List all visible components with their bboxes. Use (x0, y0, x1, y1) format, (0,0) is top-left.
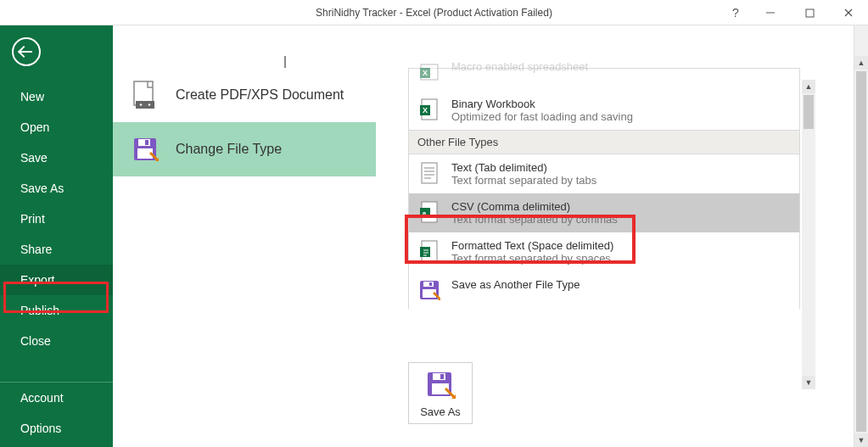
file-type-csv[interactable]: a, CSV (Comma delimited) Text format sep… (409, 193, 799, 232)
svg-text:X: X (423, 106, 428, 115)
file-type-formatted-text[interactable]: Formatted Text (Space delimited) Text fo… (409, 232, 799, 271)
minimize-button[interactable] (751, 0, 790, 25)
sidebar-item-print[interactable]: Print (0, 204, 113, 234)
export-option-change-file-type[interactable]: Change File Type (113, 122, 376, 176)
sidebar-item-new[interactable]: New (0, 81, 113, 112)
file-type-list: X Macro enabled spreadsheet X Binary Wor… (408, 68, 800, 309)
scroll-up-button[interactable]: ▲ (802, 80, 815, 93)
help-button[interactable]: ? (720, 0, 751, 25)
file-type-another[interactable]: Save as Another File Type (409, 271, 799, 309)
caret-icon (284, 56, 286, 68)
sidebar-item-save[interactable]: Save (0, 142, 113, 173)
export-option-label: Change File Type (176, 142, 282, 157)
floppy-save-icon (130, 134, 160, 165)
svg-rect-10 (145, 140, 148, 145)
excel-file-icon: X (417, 60, 441, 84)
sidebar-item-open[interactable]: Open (0, 112, 113, 142)
scroll-up-button[interactable]: ▲ (854, 56, 868, 70)
file-type-title: Macro enabled spreadsheet (451, 60, 588, 73)
back-button[interactable] (12, 37, 41, 66)
export-actions-column: Create PDF/XPS Document Change File Type (113, 25, 376, 447)
svg-text:X: X (423, 69, 428, 77)
scroll-thumb[interactable] (804, 95, 814, 129)
file-type-title: Save as Another File Type (451, 278, 580, 291)
export-option-pdf-xps[interactable]: Create PDF/XPS Document (113, 68, 376, 122)
floppy-save-icon (425, 370, 456, 400)
file-type-text-tab[interactable]: Text (Tab delimited) Text format separat… (409, 154, 799, 193)
section-header-other-file-types: Other File Types (409, 130, 799, 154)
back-arrow-icon (20, 51, 32, 53)
backstage-view: New Open Save Save As Print Share Export… (0, 25, 868, 447)
sidebar-item-save-as[interactable]: Save As (0, 173, 113, 204)
backstage-sidebar: New Open Save Save As Print Share Export… (0, 25, 113, 447)
pdf-document-icon (130, 80, 160, 110)
csv-file-icon: a, (417, 200, 441, 224)
floppy-save-icon (417, 278, 441, 302)
save-as-button[interactable]: Save As (408, 362, 473, 424)
text-file-icon (417, 161, 441, 185)
file-type-panel: X Macro enabled spreadsheet X Binary Wor… (376, 25, 868, 447)
svg-rect-39 (440, 374, 444, 379)
save-as-label: Save As (420, 405, 461, 418)
sidebar-item-export[interactable]: Export (0, 265, 113, 295)
window-title: ShriNidhy Tracker - Excel (Product Activ… (316, 7, 552, 19)
sidebar-item-options[interactable]: Options (0, 413, 113, 444)
file-type-subtitle: Optimized for fast loading and saving (451, 110, 633, 123)
window-scrollbar[interactable]: ▲ ▼ (854, 25, 868, 447)
svg-rect-19 (422, 163, 437, 183)
file-type-binary-workbook[interactable]: X Binary Workbook Optimized for fast loa… (409, 91, 799, 130)
file-type-title: Formatted Text (Space delimited) (451, 239, 613, 252)
svg-point-6 (140, 103, 142, 105)
svg-rect-5 (136, 101, 154, 109)
sidebar-item-account[interactable]: Account (0, 383, 113, 413)
file-type-title: CSV (Comma delimited) (451, 200, 618, 213)
sidebar-item-publish[interactable]: Publish (0, 295, 113, 326)
scroll-down-button[interactable]: ▼ (854, 433, 868, 447)
svg-point-7 (148, 103, 150, 105)
file-type-title: Binary Workbook (451, 98, 633, 110)
sidebar-item-close[interactable]: Close (0, 326, 113, 356)
svg-text:a,: a, (423, 210, 428, 217)
sidebar-item-share[interactable]: Share (0, 234, 113, 265)
excel-file-icon: X (417, 98, 441, 121)
prn-file-icon (417, 239, 441, 263)
panel-scrollbar[interactable]: ▲ ▼ (802, 80, 815, 389)
svg-rect-33 (423, 282, 434, 287)
export-option-label: Create PDF/XPS Document (176, 87, 344, 103)
file-type-title: Text (Tab delimited) (451, 161, 596, 174)
title-bar: ShriNidhy Tracker - Excel (Product Activ… (0, 0, 868, 25)
maximize-button[interactable] (790, 0, 829, 25)
svg-rect-1 (806, 9, 814, 17)
window-controls: ? (720, 0, 868, 25)
file-type-subtitle: Text format separated by tabs (451, 174, 596, 187)
svg-rect-34 (429, 282, 432, 286)
file-type-subtitle: Text format separated by commas (451, 213, 618, 226)
close-button[interactable] (829, 0, 868, 25)
scroll-thumb[interactable] (856, 71, 866, 432)
scroll-down-button[interactable]: ▼ (802, 376, 815, 389)
file-type-subtitle: Text format separated by spaces (451, 252, 613, 265)
file-type-macro-enabled[interactable]: X Macro enabled spreadsheet (409, 60, 799, 91)
